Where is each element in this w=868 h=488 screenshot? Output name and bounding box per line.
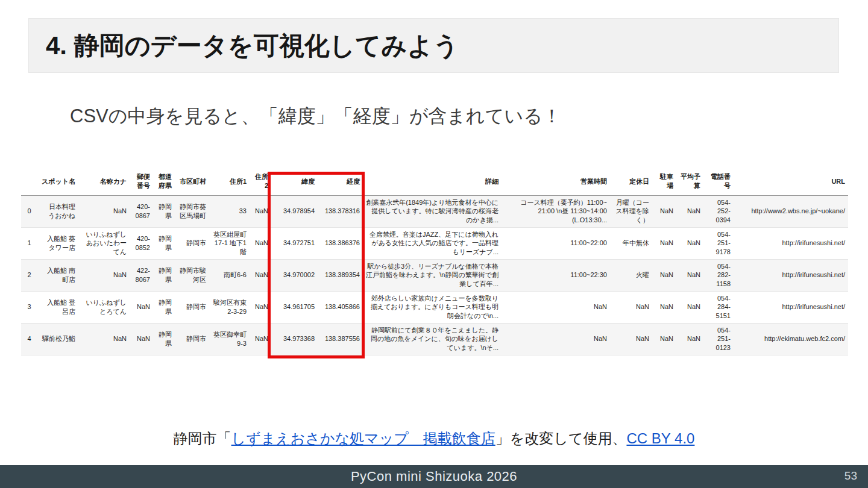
table-cell: http://ekimatu.web.fc2.com/ [734, 323, 848, 355]
row-index: 2 [21, 259, 37, 291]
column-header: URL [734, 167, 848, 195]
source-link[interactable]: しずまえおさかな処マップ 掲載飲食店 [231, 430, 495, 446]
table-cell: 月曜（コース料理を除く） [610, 195, 652, 227]
table-cell: いりふねずし とろてん [78, 291, 130, 323]
table-cell: 34.973368 [271, 323, 318, 355]
table-cell: NaN [250, 195, 271, 227]
table-cell: 静岡市 [175, 323, 209, 355]
table-cell: NaN [78, 195, 130, 227]
table-cell: 422-8067 [130, 259, 153, 291]
table-cell: NaN [130, 323, 153, 355]
table-cell: 静岡県 [153, 227, 175, 259]
table-cell: 駅から徒歩3分、リーズナブルな価格で本格江戸前鮨を味わえます。\n静岡の繁華街で… [363, 259, 502, 291]
column-header: 電話番号 [703, 167, 734, 195]
column-header: 郵便番号 [130, 167, 153, 195]
table-cell: NaN [676, 195, 703, 227]
table-cell: NaN [250, 291, 271, 323]
row-index: 4 [21, 323, 37, 355]
table-cell: NaN [130, 291, 153, 323]
table-cell: 静岡県 [153, 259, 175, 291]
table-cell: http://irifunesushi.net/ [734, 291, 848, 323]
table-cell: 創業嘉永弐年(1849年)より地元食材を中心に提供しています。特に駿河湾特産の桜… [363, 195, 502, 227]
table-cell: NaN [652, 323, 676, 355]
table-cell: 静岡県 [153, 195, 175, 227]
column-header: 詳細 [363, 167, 502, 195]
attribution-prefix: 静岡市「 [174, 430, 231, 446]
table-cell: 静岡市 [175, 291, 209, 323]
table-cell: 34.978954 [271, 195, 318, 227]
attribution: 静岡市「しずまえおさかな処マップ 掲載飲食店」を改変して使用、CC BY 4.0 [0, 429, 868, 448]
table-cell: NaN [502, 323, 610, 355]
table-cell: コース料理（要予約）11:00~ 21:00 \n昼 11:30~14:00 (… [502, 195, 610, 227]
slide-title: 4. 静岡のデータを可視化してみよう [46, 29, 459, 63]
table-cell: 138.386376 [318, 227, 363, 259]
column-header: 定休日 [610, 167, 652, 195]
table-cell: 静岡市駿河区 [175, 259, 209, 291]
table-cell: 葵区御幸町 9-3 [209, 323, 250, 355]
table-cell: 11:00~22:30 [502, 259, 610, 291]
table-cell: NaN [652, 195, 676, 227]
table-cell: 入船鮨 葵タワー店 [37, 227, 78, 259]
table-cell: NaN [250, 323, 271, 355]
table-cell: NaN [78, 259, 130, 291]
dataframe-screenshot: スポット名名称カナ郵便番号都道府県市区町村住所1住所2緯度経度詳細営業時間定休日… [21, 167, 848, 355]
table-cell: http://www2.wbs.ne.jp/~uokane/ [734, 195, 848, 227]
row-index: 1 [21, 227, 37, 259]
table-cell: NaN [652, 291, 676, 323]
table-cell: 日本料理 うおかね [37, 195, 78, 227]
table-cell: 静岡市葵区馬場町 [175, 195, 209, 227]
slide-subtitle: CSVの中身を見ると、「緯度」「経度」が含まれている！ [70, 104, 561, 129]
table-cell: 054-282-1158 [703, 259, 734, 291]
table-cell: 054-251-0123 [703, 323, 734, 355]
table-cell: NaN [676, 259, 703, 291]
table-row: 2入船鮨 南町店NaN422-8067静岡県静岡市駿河区南町6-6NaN34.9… [21, 259, 848, 291]
table-cell: 静岡県 [153, 323, 175, 355]
table-cell: 138.405866 [318, 291, 363, 323]
table-cell: 静岡市 [175, 227, 209, 259]
table-cell: いりふねずし あおいたわーてん [78, 227, 130, 259]
table-cell: 34.972751 [271, 227, 318, 259]
table-cell: NaN [652, 227, 676, 259]
column-header: 経度 [318, 167, 363, 195]
column-header: 平均予算 [676, 167, 703, 195]
column-header [21, 167, 37, 195]
row-index: 0 [21, 195, 37, 227]
table-cell: http://irifunesushi.net/ [734, 227, 848, 259]
table-cell: NaN [676, 323, 703, 355]
column-header: 住所1 [209, 167, 250, 195]
table-cell: 郊外店らしい家族向けメニューを多数取り揃えております。にぎりもコース料理も明朗会… [363, 291, 502, 323]
table-cell: NaN [250, 259, 271, 291]
table-cell: 138.378316 [318, 195, 363, 227]
table-cell: NaN [78, 323, 130, 355]
table-cell: 入船鮨 南町店 [37, 259, 78, 291]
table-cell: NaN [676, 227, 703, 259]
table-cell: 420-0852 [130, 227, 153, 259]
footer-bar: PyCon mini Shizuoka 2026 53 [0, 465, 868, 488]
table-cell: 驛前松乃鮨 [37, 323, 78, 355]
table-cell: 駿河区有東 2-3-29 [209, 291, 250, 323]
table-cell: NaN [502, 291, 610, 323]
table-cell: 11:00~22:00 [502, 227, 610, 259]
table-row: 3入船鮨 登呂店いりふねずし とろてんNaN静岡県静岡市駿河区有東 2-3-29… [21, 291, 848, 323]
column-header: 名称カナ [78, 167, 130, 195]
table-cell: 葵区紺屋町 17-1 地下1階 [209, 227, 250, 259]
page-number: 53 [844, 469, 857, 483]
column-header: 市区町村 [175, 167, 209, 195]
table-row: 1入船鮨 葵タワー店いりふねずし あおいたわーてん420-0852静岡県静岡市葵… [21, 227, 848, 259]
license-link[interactable]: CC BY 4.0 [626, 430, 694, 446]
dataframe-table: スポット名名称カナ郵便番号都道府県市区町村住所1住所2緯度経度詳細営業時間定休日… [21, 167, 848, 355]
table-cell: NaN [652, 259, 676, 291]
table-cell: 入船鮨 登呂店 [37, 291, 78, 323]
table-cell: 全席禁煙。音楽はJAZZ、足下には荷物入れがある女性に大人気の鮨店です。一品料理… [363, 227, 502, 259]
row-index: 3 [21, 291, 37, 323]
table-row: 0日本料理 うおかねNaN420-0867静岡県静岡市葵区馬場町33NaN34.… [21, 195, 848, 227]
table-cell: 054-284-5151 [703, 291, 734, 323]
footer-title: PyCon mini Shizuoka 2026 [351, 469, 517, 484]
table-body: 0日本料理 うおかねNaN420-0867静岡県静岡市葵区馬場町33NaN34.… [21, 195, 848, 355]
table-cell: 054-252-0394 [703, 195, 734, 227]
attribution-middle: 」を改変して使用、 [495, 430, 627, 446]
table-cell: http://irifunesushi.net/ [734, 259, 848, 291]
table-cell: 年中無休 [610, 227, 652, 259]
table-cell: 33 [209, 195, 250, 227]
column-header: 住所2 [250, 167, 271, 195]
